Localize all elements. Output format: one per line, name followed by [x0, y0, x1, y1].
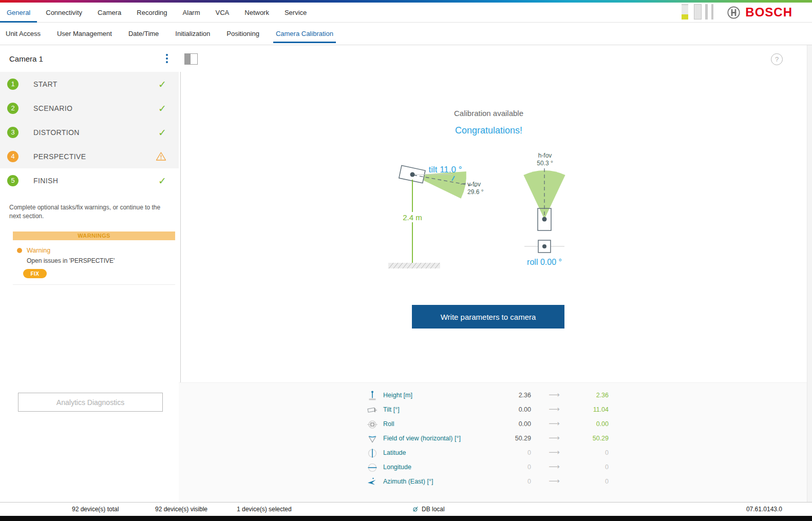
- step-scenario[interactable]: 2 SCENARIO ✓: [0, 96, 179, 120]
- step-distortion[interactable]: 3 DISTORTION ✓: [0, 120, 179, 144]
- content-area: Camera 1 1 START ✓ 2 SCENARIO ✓ 3 DISTOR…: [0, 45, 812, 502]
- sidebar-header: Camera 1: [0, 45, 179, 72]
- divider: [13, 284, 175, 285]
- collapse-panel-icon[interactable]: [184, 53, 198, 65]
- param-old-value: 0.00: [490, 420, 531, 428]
- param-new-value: 0.00: [560, 420, 609, 428]
- tab-date-time[interactable]: Date/Time: [123, 23, 164, 45]
- tab-alarm[interactable]: Alarm: [176, 3, 207, 22]
- congratulations-text: Congratulations!: [179, 125, 799, 136]
- param-label: Tilt [°]: [383, 406, 400, 413]
- step-number-badge: 4: [7, 151, 18, 162]
- param-row-height: Height [m] 2.36 ⟶ 2.36: [179, 389, 812, 403]
- calibration-main: ? Calibration available Congratulations!…: [179, 45, 812, 502]
- db-label: DB local: [422, 506, 445, 513]
- param-label: Roll: [383, 420, 394, 428]
- longitude-icon: [366, 462, 379, 473]
- kebab-menu-icon[interactable]: [162, 52, 172, 65]
- step-finish[interactable]: 5 FINISH ✓: [0, 168, 179, 192]
- bosch-logo-text: BOSCH: [745, 5, 792, 20]
- param-old-value: 0: [490, 478, 531, 485]
- warning-text: Open issues in 'PERSPECTIVE': [27, 257, 175, 264]
- step-label: PERSPECTIVE: [33, 152, 156, 161]
- tab-unit-access[interactable]: Unit Access: [0, 23, 46, 45]
- tab-initialization[interactable]: Initialization: [169, 23, 216, 45]
- hfov-value: 50.3 °: [537, 160, 553, 167]
- warning-dot-icon: [17, 248, 22, 253]
- calibration-headings: Calibration available Congratulations!: [179, 45, 812, 136]
- tab-vca[interactable]: VCA: [209, 3, 236, 22]
- step-number-badge: 3: [7, 127, 18, 138]
- resource-meters: [682, 4, 713, 22]
- help-icon[interactable]: ?: [771, 53, 783, 65]
- calibration-status-text: Calibration available: [179, 109, 799, 118]
- azimuth-icon: [366, 476, 379, 488]
- roll-value-label: roll 0.00 °: [527, 258, 562, 266]
- warnings-panel: WARNINGS Warning Open issues in 'PERSPEC…: [13, 231, 175, 285]
- bottom-black-strip: [0, 516, 812, 521]
- param-row-fov: Field of view (horizontal) [°] 50.29 ⟶ 5…: [179, 432, 812, 446]
- param-row-longitude: Longitude 0 ⟶ 0: [179, 460, 812, 475]
- param-new-value: 0: [560, 478, 609, 485]
- param-new-value: 2.36: [560, 392, 609, 399]
- param-row-latitude: Latitude 0 ⟶ 0: [179, 446, 812, 460]
- tilt-icon: [366, 404, 379, 416]
- tab-connectivity[interactable]: Connectivity: [39, 3, 89, 22]
- warning-triangle-icon: [156, 151, 166, 161]
- check-icon: ✓: [158, 175, 166, 186]
- tilt-value-label: tilt 11.0 °: [428, 165, 462, 175]
- primary-nav: General Connectivity Camera Recording Al…: [0, 3, 812, 23]
- warning-item: Warning: [17, 247, 175, 254]
- finish-note: Complete optional tasks/fix warnings, or…: [0, 192, 179, 221]
- param-old-value: 0: [490, 464, 531, 471]
- param-row-tilt: Tilt [°] 0.00 ⟶ 11.04: [179, 403, 812, 417]
- tab-service[interactable]: Service: [278, 3, 313, 22]
- param-row-roll: Roll 0.00 ⟶ 0.00: [179, 417, 812, 432]
- step-number-badge: 2: [7, 103, 18, 114]
- warning-title: Warning: [27, 247, 50, 254]
- devices-visible: 92 device(s) visible: [155, 506, 207, 513]
- check-icon: ✓: [158, 127, 166, 138]
- height-icon: [366, 390, 379, 401]
- check-icon: ✓: [158, 79, 166, 90]
- write-parameters-button[interactable]: Write parameters to camera: [412, 305, 564, 329]
- step-label: START: [33, 80, 158, 88]
- db-connection-icon: [412, 506, 419, 512]
- step-label: DISTORTION: [33, 128, 158, 137]
- param-new-value: 0: [560, 464, 609, 471]
- tab-recording[interactable]: Recording: [130, 3, 174, 22]
- camera-title: Camera 1: [9, 54, 162, 63]
- camera-top-dot: [542, 217, 547, 222]
- tab-camera[interactable]: Camera: [91, 3, 128, 22]
- step-start[interactable]: 1 START ✓: [0, 72, 179, 96]
- tab-camera-calibration[interactable]: Camera Calibration: [270, 23, 339, 45]
- tab-user-management[interactable]: User Management: [51, 23, 118, 45]
- param-new-value: 0: [560, 449, 609, 456]
- calibration-diagram: tilt 11.0 ° v-fov 29.6 ° 2.4 m h-fov 50.…: [359, 147, 616, 282]
- nav-spacer: [315, 3, 682, 22]
- step-number-badge: 1: [7, 79, 18, 90]
- hfov-label: h-fov: [538, 152, 552, 159]
- step-label: SCENARIO: [33, 104, 158, 112]
- fov-icon: [366, 433, 379, 445]
- usage-meter-icon: [682, 4, 688, 20]
- analytics-diagnostics-button[interactable]: Analytics Diagnostics: [18, 393, 163, 412]
- roll-icon: [366, 419, 379, 430]
- param-label: Latitude: [383, 449, 406, 456]
- param-row-azimuth: Azimuth (East) [°] 0 ⟶ 0: [179, 475, 812, 489]
- param-label: Height [m]: [383, 392, 412, 399]
- tab-positioning[interactable]: Positioning: [221, 23, 265, 45]
- usage-meter-icon: [711, 4, 713, 20]
- param-label: Field of view (horizontal) [°]: [383, 435, 461, 442]
- tab-network[interactable]: Network: [238, 3, 276, 22]
- status-bar: 92 device(s) total 92 device(s) visible …: [0, 502, 812, 516]
- param-label: Azimuth (East) [°]: [383, 478, 433, 485]
- tab-general[interactable]: General: [0, 3, 37, 22]
- step-number-badge: 5: [7, 175, 18, 186]
- step-label: FINISH: [33, 177, 158, 185]
- vfov-value: 29.6 °: [467, 188, 484, 196]
- param-old-value: 0.00: [490, 406, 531, 413]
- fix-button[interactable]: FIX: [23, 269, 47, 278]
- step-perspective[interactable]: 4 PERSPECTIVE: [0, 144, 179, 168]
- devices-selected: 1 device(s) selected: [237, 506, 292, 513]
